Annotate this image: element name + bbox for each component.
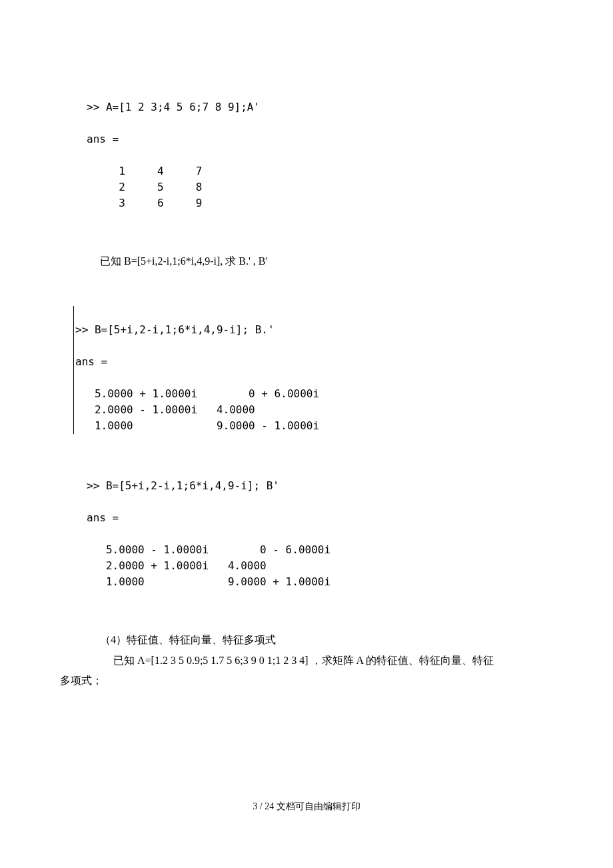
code-block-2-wrapper: >> B=[5+i,2-i,1;6*i,4,9-i]; B.' ans = 5.… bbox=[60, 306, 553, 434]
code-line: ans = bbox=[75, 355, 107, 368]
code-line: ans = bbox=[87, 511, 119, 524]
section-4-body1: 已知 A=[1.2 3 5 0.9;5 1.7 5 6;3 9 0 1;1 2 … bbox=[60, 651, 553, 671]
code-line: >> B=[5+i,2-i,1;6*i,4,9-i]; B' bbox=[87, 479, 279, 492]
code-line: >> A=[1 2 3;4 5 6;7 8 9];A' bbox=[87, 101, 260, 113]
code-line: 1 4 7 bbox=[87, 165, 202, 177]
code-line: 1.0000 9.0000 + 1.0000i bbox=[87, 575, 330, 588]
code-block-3: >> B=[5+i,2-i,1;6*i,4,9-i]; B' ans = 5.0… bbox=[87, 462, 553, 590]
code-line: 2 5 8 bbox=[87, 181, 202, 193]
section-4-body2: 多项式； bbox=[60, 671, 553, 691]
code-block-1: >> A=[1 2 3;4 5 6;7 8 9];A' ans = 1 4 7 … bbox=[87, 83, 553, 211]
code-line: 2.0000 - 1.0000i 4.0000 bbox=[75, 403, 319, 416]
code-line: 3 6 9 bbox=[87, 197, 202, 209]
page-content: >> A=[1 2 3;4 5 6;7 8 9];A' ans = 1 4 7 … bbox=[0, 0, 613, 691]
code-line: ans = bbox=[87, 133, 119, 145]
prompt-text-1: 已知 B=[5+i,2-i,1;6*i,4,9-i], 求 B.' , B' bbox=[100, 251, 553, 271]
code-block-2: >> B=[5+i,2-i,1;6*i,4,9-i]; B.' ans = 5.… bbox=[73, 306, 553, 434]
code-line: >> B=[5+i,2-i,1;6*i,4,9-i]; B.' bbox=[75, 323, 275, 336]
code-line: 5.0000 - 1.0000i 0 - 6.0000i bbox=[87, 543, 330, 556]
code-line: 2.0000 + 1.0000i 4.0000 bbox=[87, 559, 330, 572]
page-footer: 3 / 24 文档可自由编辑打印 bbox=[0, 801, 613, 813]
section-4: （4）特征值、特征向量、特征多项式 已知 A=[1.2 3 5 0.9;5 1.… bbox=[60, 630, 553, 691]
section-4-heading: （4）特征值、特征向量、特征多项式 bbox=[60, 630, 553, 650]
code-line: 1.0000 9.0000 - 1.0000i bbox=[75, 419, 319, 432]
code-line: 5.0000 + 1.0000i 0 + 6.0000i bbox=[75, 387, 319, 400]
